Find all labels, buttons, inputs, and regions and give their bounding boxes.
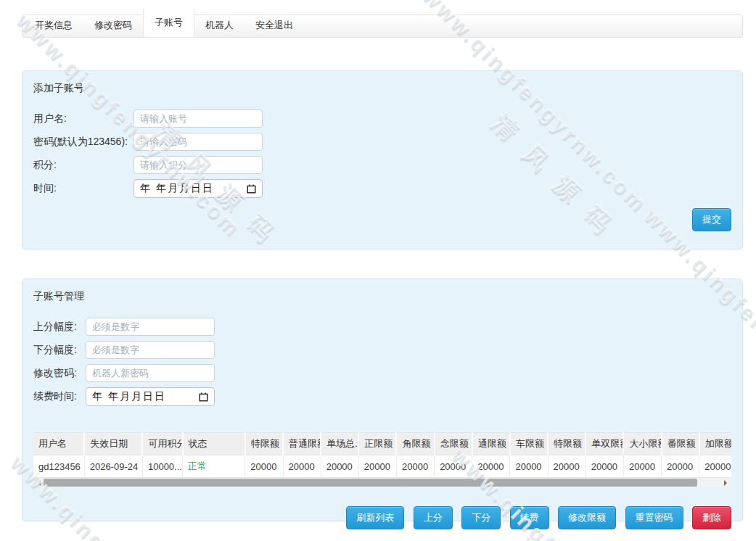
col-header: 可用积分 (142, 433, 182, 455)
subaccount-table: 用户名 失效日期 可用积分 状态 特限额 普通限额 单场总... 正限额 角限额… (33, 432, 731, 478)
cell-limit: 20000 (358, 455, 396, 478)
time-date-input[interactable]: 年 年月月日日 (133, 179, 263, 198)
cell-limit: 20000 (245, 455, 283, 478)
form-row-password: 密码(默认为123456): (33, 133, 731, 151)
deduct-points-button[interactable]: 下分 (461, 506, 501, 529)
col-header: 念限额 (435, 433, 472, 455)
cell-username: gd123456 (33, 455, 84, 478)
password-label: 密码(默认为123456): (33, 136, 133, 149)
col-header: 大小限额 (623, 433, 661, 455)
scrollbar-thumb[interactable] (44, 479, 697, 487)
col-header: 状态 (183, 433, 245, 455)
tab-lottery-info[interactable]: 开奖信息 (24, 14, 83, 37)
scroll-right-button[interactable] (721, 478, 731, 487)
form-row-renew-time: 续费时间: 年 年月月日日 (33, 387, 731, 406)
modify-limit-button[interactable]: 修改限额 (558, 506, 616, 529)
renew-button[interactable]: 续费 (510, 506, 549, 529)
cell-limit: 20000 (548, 455, 586, 478)
panel-add-subaccount: 添加子账号 用户名: 密码(默认为123456): 积分: 时间: 年 年月月日… (22, 70, 743, 249)
cell-limit: 20000 (396, 455, 434, 478)
deduct-points-input[interactable] (86, 341, 215, 359)
submit-button[interactable]: 提交 (692, 208, 731, 231)
cell-limit: 20000 (321, 455, 358, 478)
col-header: 角限额 (396, 433, 434, 455)
new-password-label: 修改密码: (33, 367, 86, 380)
action-button-row: 刷新列表 上分 下分 续费 修改限额 重置密码 删除 (33, 506, 731, 529)
table-header-row: 用户名 失效日期 可用积分 状态 特限额 普通限额 单场总... 正限额 角限额… (33, 433, 731, 455)
col-header: 车限额 (510, 433, 548, 455)
col-header: 普通限额 (283, 433, 321, 455)
cell-limit: 20000 (699, 455, 731, 478)
points-input[interactable] (133, 156, 263, 174)
top-nav: 开奖信息 修改密码 子账号 机器人 安全退出 (22, 15, 743, 38)
horizontal-scrollbar (33, 478, 731, 487)
col-header: 特限额 (548, 433, 586, 455)
cell-limit: 20000 (472, 455, 510, 478)
form-row-points: 积分: (33, 156, 731, 174)
form-row-username: 用户名: (33, 110, 731, 128)
refresh-list-button[interactable]: 刷新列表 (346, 506, 404, 529)
renew-time-label: 续费时间: (33, 390, 86, 403)
col-header: 用户名 (33, 433, 84, 455)
right-arrow-icon (724, 480, 730, 486)
add-points-label: 上分幅度: (33, 321, 86, 334)
username-input[interactable] (133, 110, 263, 128)
form-row-add-points: 上分幅度: (33, 318, 731, 336)
add-points-button[interactable]: 上分 (414, 506, 453, 529)
col-header: 单场总... (321, 433, 358, 455)
cell-limit: 20000 (623, 455, 661, 478)
time-label: 时间: (33, 182, 133, 195)
add-points-input[interactable] (86, 318, 215, 336)
cell-limit: 20000 (283, 455, 321, 478)
cell-expiry: 2026-09-24 (84, 455, 142, 478)
calendar-icon[interactable] (199, 392, 208, 402)
reset-password-button[interactable]: 重置密码 (625, 506, 683, 529)
left-arrow-icon (35, 480, 41, 486)
tab-robot[interactable]: 机器人 (194, 14, 245, 37)
date-placeholder: 年 年月月日日 (92, 390, 166, 403)
tab-logout[interactable]: 安全退出 (245, 14, 304, 37)
scroll-left-button[interactable] (33, 478, 44, 487)
col-header: 正限额 (358, 433, 396, 455)
renew-date-input[interactable]: 年 年月月日日 (86, 387, 215, 406)
cell-status: 正常 (183, 455, 245, 478)
col-header: 单双限额 (586, 433, 623, 455)
col-header: 失效日期 (84, 433, 142, 455)
table-row[interactable]: gd123456 2026-09-24 10000... 正常 20000 20… (33, 455, 731, 478)
form-row-time: 时间: 年 年月月日日 (33, 179, 731, 198)
cell-limit: 20000 (586, 455, 623, 478)
panel-title: 添加子账号 (33, 82, 731, 95)
col-header: 番限额 (662, 433, 699, 455)
form-row-deduct-points: 下分幅度: (33, 341, 731, 359)
points-label: 积分: (33, 159, 133, 172)
cell-limit: 20000 (662, 455, 699, 478)
password-input[interactable] (133, 133, 263, 151)
cell-points: 10000... (142, 455, 182, 478)
username-label: 用户名: (33, 112, 133, 125)
new-password-input[interactable] (86, 364, 215, 382)
panel-manage-subaccount: 子账号管理 上分幅度: 下分幅度: 修改密码: 续费时间: 年 年月月日日 (22, 278, 743, 521)
calendar-icon[interactable] (247, 184, 256, 194)
cell-limit: 20000 (435, 455, 472, 478)
tab-sub-account[interactable]: 子账号 (143, 8, 194, 37)
date-placeholder: 年 年月月日日 (140, 182, 214, 195)
form-row-new-password: 修改密码: (33, 364, 731, 382)
subaccount-table-wrap: 用户名 失效日期 可用积分 状态 特限额 普通限额 单场总... 正限额 角限额… (33, 432, 731, 487)
cell-limit: 20000 (510, 455, 548, 478)
col-header: 加限额 (699, 433, 731, 455)
tab-change-password[interactable]: 修改密码 (83, 14, 143, 37)
col-header: 通限额 (472, 433, 510, 455)
delete-button[interactable]: 删除 (692, 506, 731, 529)
panel-title: 子账号管理 (33, 290, 731, 303)
scrollbar-track[interactable] (44, 478, 721, 487)
col-header: 特限额 (245, 433, 283, 455)
submit-row: 提交 (33, 208, 731, 231)
deduct-points-label: 下分幅度: (33, 344, 86, 357)
